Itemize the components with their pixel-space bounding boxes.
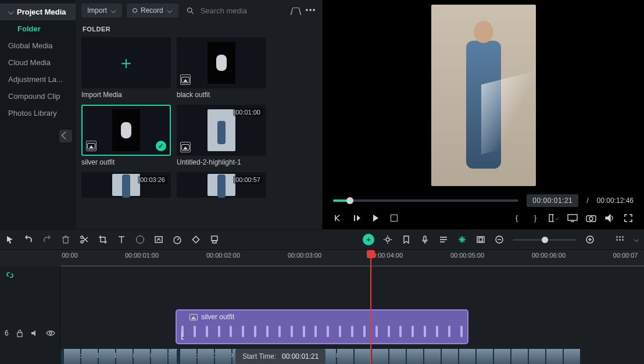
stop-icon (391, 215, 398, 222)
preview-scrubber[interactable] (333, 199, 518, 202)
mute-button[interactable] (604, 213, 615, 223)
mark-in-button[interactable]: { (511, 213, 522, 223)
chevron-down-icon (556, 216, 559, 220)
view-options-button[interactable] (615, 234, 625, 245)
search[interactable] (185, 5, 270, 16)
zoom-slider[interactable] (513, 239, 577, 241)
sidebar-global-media[interactable]: Global Media (0, 37, 76, 54)
crop-button[interactable] (98, 234, 108, 245)
tile-black-outfit[interactable]: black outfit (177, 37, 266, 99)
marker-icon: ⎣ (181, 331, 184, 340)
svg-point-0 (188, 8, 192, 12)
undo-button[interactable] (23, 234, 34, 245)
auto-reframe-button[interactable] (475, 234, 486, 245)
tile-untitled[interactable]: 00:01:00 Untitled-2-highlight-1 (177, 105, 266, 166)
sidebar-folder[interactable]: Folder (0, 20, 76, 37)
zoom-out-button[interactable] (494, 234, 505, 245)
text-button[interactable] (116, 234, 127, 245)
zoom-in-button[interactable] (585, 234, 595, 245)
delete-button[interactable] (60, 234, 71, 245)
preview-viewport[interactable] (323, 0, 644, 191)
media-pane: Import Record (76, 0, 322, 229)
detach-audio-button[interactable] (153, 234, 164, 245)
mute-track-button[interactable] (31, 328, 39, 338)
ai-tools-button[interactable]: ✦ (363, 234, 374, 245)
sidebar-photos-library[interactable]: Photos Library (0, 105, 76, 122)
playhead[interactable]: ✂ (370, 251, 371, 364)
svg-rect-13 (63, 237, 68, 243)
overlay-clip-silver-outfit[interactable]: silver outfit ⎣ (176, 309, 468, 344)
track-headers: 6 (0, 266, 60, 364)
more-button[interactable] (306, 5, 316, 16)
keyframe-button[interactable] (191, 234, 201, 245)
svg-rect-51 (622, 236, 624, 238)
playhead-grip[interactable] (367, 250, 375, 258)
svg-point-23 (174, 237, 181, 244)
svg-rect-54 (622, 239, 624, 241)
play-pause-button[interactable] (352, 213, 362, 223)
render-button[interactable] (457, 234, 467, 245)
tile-import[interactable]: ＋ Import Media (81, 37, 171, 99)
play-icon (373, 215, 378, 222)
sidebar-cloud-media[interactable]: Cloud Media (0, 54, 76, 71)
svg-line-1 (192, 12, 194, 13)
aspect-button[interactable] (549, 213, 559, 223)
hide-track-button[interactable] (46, 328, 55, 338)
timeline-tracks[interactable]: 6 silver outfit ⎣ copy_1105E7D4 (0, 266, 644, 364)
timeline-toolbar: ✦ (0, 229, 644, 250)
preview-current-time: 00:00:01:21 (527, 194, 578, 207)
prev-frame-button[interactable] (333, 213, 344, 223)
tile-silver-outfit[interactable]: ✓ silver outfit (81, 105, 171, 166)
voice-button[interactable] (420, 234, 430, 245)
chevron-down-icon[interactable] (634, 237, 639, 242)
color-button[interactable] (135, 234, 145, 245)
chevron-down-icon (8, 9, 14, 15)
marker-button[interactable] (209, 234, 220, 245)
circle-icon (136, 235, 144, 244)
record-button[interactable]: Record (127, 3, 178, 17)
link-tracks-button[interactable] (5, 270, 15, 280)
svg-marker-12 (7, 236, 13, 244)
svg-marker-11 (606, 215, 610, 222)
sidebar-compound-clip[interactable]: Compound Clip (0, 88, 76, 105)
tile-clip-a[interactable]: 00:03:26 (81, 172, 171, 198)
start-time-label: Start Time: (242, 352, 276, 361)
start-time-value: 00:00:01:21 (282, 352, 319, 361)
svg-point-57 (49, 332, 52, 334)
search-input[interactable] (201, 6, 270, 15)
record-icon (133, 8, 137, 13)
speed-button[interactable] (172, 234, 183, 245)
effects-button[interactable] (382, 234, 393, 245)
timeline-ruler[interactable]: 00:00 00:00:01:00 00:00:02:00 00:00:03:0… (0, 250, 644, 266)
split-button[interactable] (79, 234, 90, 245)
sidebar-project-media[interactable]: Project Media (0, 3, 76, 20)
funnel-icon (291, 8, 301, 15)
svg-line-19 (83, 237, 88, 241)
import-button[interactable]: Import (81, 3, 122, 17)
svg-point-28 (386, 238, 389, 241)
tag-button[interactable] (401, 234, 412, 245)
mark-out-button[interactable]: } (530, 213, 541, 223)
sidebar-project-label: Project Media (17, 8, 66, 16)
video-clip-a[interactable]: copy_1105E7D4-E6F8-4BB6-821 (60, 349, 177, 364)
display-button[interactable] (567, 213, 578, 223)
redo-button[interactable] (42, 234, 52, 245)
snapshot-button[interactable] (586, 213, 596, 223)
fullscreen-button[interactable] (623, 213, 634, 223)
sidebar-adjustment-layer[interactable]: Adjustment La... (0, 71, 76, 88)
svg-rect-27 (213, 241, 216, 243)
tile-clip-b[interactable]: 00:00:57 (177, 172, 266, 198)
track-number: 6 (5, 329, 9, 337)
library-panel: Project Media Folder Global Media Cloud … (0, 0, 323, 229)
media-grid: ＋ Import Media black outfit ✓ silver out… (81, 37, 316, 201)
collapse-sidebar-button[interactable] (59, 130, 72, 142)
time-separator: / (586, 197, 588, 205)
list-button[interactable] (438, 234, 449, 245)
filter-button[interactable] (291, 5, 301, 16)
play-button[interactable] (370, 213, 381, 223)
pointer-tool[interactable] (5, 234, 15, 245)
svg-rect-43 (479, 238, 482, 241)
stop-button[interactable] (389, 213, 399, 223)
svg-rect-7 (568, 215, 577, 220)
lock-track-button[interactable] (16, 328, 24, 338)
